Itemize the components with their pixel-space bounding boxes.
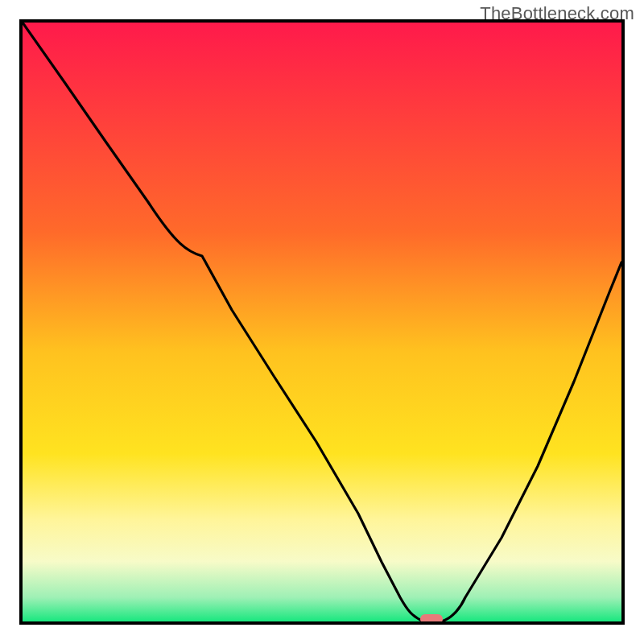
chart-frame: TheBottleneck.com <box>0 0 644 644</box>
optimal-marker <box>420 614 443 621</box>
plot-area <box>19 19 625 625</box>
site-watermark: TheBottleneck.com <box>480 3 634 24</box>
bottleneck-curve-path <box>23 23 621 621</box>
chart-svg <box>23 23 621 621</box>
